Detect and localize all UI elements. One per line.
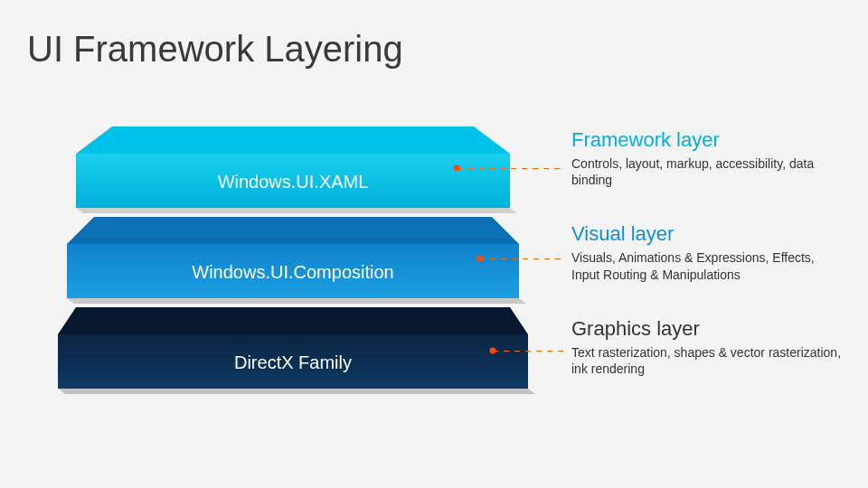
- slab-label-visual: Windows.UI.Composition: [58, 262, 528, 283]
- callouts: Framework layer Controls, layout, markup…: [571, 128, 843, 411]
- callout-desc-visual: Visuals, Animations & Expressions, Effec…: [571, 249, 843, 282]
- callout-graphics: Graphics layer Text rasterization, shape…: [571, 317, 843, 377]
- slab-graphics: DirectX Family: [58, 307, 528, 389]
- leader-line-0: [457, 168, 564, 169]
- slab-label-graphics: DirectX Family: [58, 352, 528, 373]
- leader-line-1: [479, 258, 564, 259]
- leader-dot-0: [454, 165, 460, 172]
- slab-visual: Windows.UI.Composition: [58, 217, 528, 298]
- leader-line-2: [493, 351, 564, 352]
- slab-shadow-0: [76, 208, 517, 213]
- callout-title-visual: Visual layer: [571, 222, 843, 246]
- callout-desc-framework: Controls, layout, markup, accessibility,…: [571, 155, 843, 188]
- layer-visual: Windows.UI.Composition: [58, 217, 528, 298]
- slab-label-framework: Windows.UI.XAML: [58, 172, 528, 192]
- page-title: UI Framework Layering: [27, 29, 403, 70]
- slab-top-2: [58, 307, 528, 334]
- layer-graphics: DirectX Family: [58, 307, 528, 389]
- callout-framework: Framework layer Controls, layout, markup…: [571, 128, 843, 188]
- callout-visual: Visual layer Visuals, Animations & Expre…: [571, 222, 843, 282]
- slab-shadow-2: [58, 389, 535, 394]
- callout-title-graphics: Graphics layer: [571, 317, 843, 341]
- leader-dot-1: [476, 256, 483, 262]
- slab-top-0: [76, 127, 510, 154]
- callout-title-framework: Framework layer: [571, 128, 843, 152]
- slab-shadow-1: [67, 298, 526, 304]
- slab-top-1: [67, 217, 519, 244]
- callout-desc-graphics: Text rasterization, shapes & vector rast…: [571, 344, 843, 377]
- leader-dot-2: [490, 348, 496, 354]
